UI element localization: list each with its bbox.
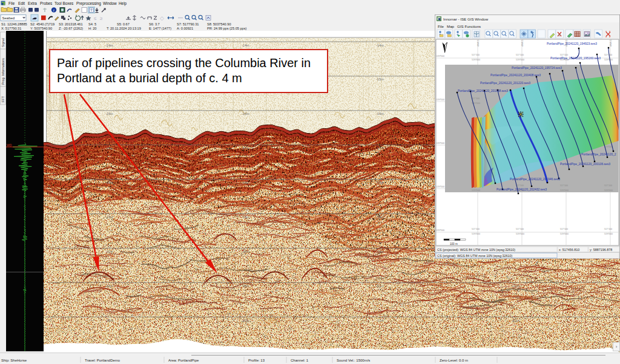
svg-text:PortlandPipe_20241120_201220.s: PortlandPipe_20241120_201220.ses3 [480,82,530,85]
svg-text:4846.12: 4846.12 [477,39,480,47]
svg-text:-16m: -16m [376,112,384,115]
svg-text:5197000: 5197000 [472,59,480,61]
svg-text:WD: WD [7,143,12,147]
svg-text:PortlandPipe_20241120_2: PortlandPipe_20241120_2 [581,153,616,156]
svg-text:Z: -20.67 (2262): Z: -20.67 (2262) [59,27,83,30]
svg-text:-20m: -20m [105,250,113,253]
svg-text:S5: 0.67: S5: 0.67 [117,22,130,26]
svg-text:-21m: -21m [242,284,249,288]
svg-text:517 500: 517 500 [604,228,612,230]
svg-text:PortlandPipe_20241120_201946.s: PortlandPipe_20241120_201946.ses3 [510,178,560,181]
svg-text:Channel: 1: Channel: 1 [291,359,309,362]
svg-text:T: 20.11.2024 20:13:19: T: 20.11.2024 20:13:19 [107,27,141,30]
svg-text:FFT: FFT [1,96,5,102]
svg-text:≥: ≥ [100,16,103,21]
svg-text:S2: 4540.(7)719: S2: 4540.(7)719 [30,22,54,26]
svg-text:-20m: -20m [242,250,249,253]
svg-text:5197000: 5197000 [516,233,524,235]
svg-text:-14m: -14m [376,44,384,47]
svg-text:PortlandPipe_20241120_194923.s: PortlandPipe_20241120_194923.ses3 [547,42,597,45]
svg-text:Extra: Extra [28,1,37,5]
svg-text:5197000: 5197000 [560,189,569,192]
svg-text:-17m: -17m [376,146,384,150]
svg-text:Tool Boxes: Tool Boxes [54,1,73,5]
svg-text:CS (original): WGS 84 UTM zone: CS (original): WGS 84 UTM zone 10N (epsg… [437,254,513,258]
svg-text:517 500: 517 500 [560,54,568,56]
svg-text:5197500: 5197500 [436,229,444,232]
svg-text:Map: Map [447,24,455,28]
svg-text:PortlandPipe_20241120_195724.s: PortlandPipe_20241120_195724.ses3 [512,67,562,70]
svg-text:4846.12: 4846.12 [521,39,524,47]
svg-text:-19m: -19m [242,215,249,219]
svg-text:PR: 24.99 pps (25.05 pps): PR: 24.99 pps (25.05 pps) [207,27,246,30]
svg-text:-21m: -21m [376,284,384,288]
svg-text:S1: 12246.28885: S1: 12246.28885 [1,22,27,26]
svg-text:A: 0.00921: A: 0.00921 [177,27,193,30]
svg-text:-18m: -18m [105,181,113,184]
svg-text:-22m: -22m [376,319,384,322]
svg-text:Area: PortlandPipe: Area: PortlandPipe [168,359,199,362]
svg-text:S4: 5: S4: 5 [88,22,96,26]
svg-text:-16m: -16m [105,112,113,115]
svg-text:-19m: -19m [105,215,113,219]
svg-text:-20m: -20m [376,250,384,253]
svg-text:PortlandPipe_20241120_195160.s: PortlandPipe_20241120_195160.ses3 [550,57,601,60]
svg-text:Innomar - ISE GIS Window: Innomar - ISE GIS Window [443,17,489,21]
svg-text:5197000: 5197000 [472,189,480,192]
svg-text:-19m: -19m [376,215,384,219]
svg-text:517 500: 517 500 [472,228,480,230]
svg-text:y: 5887196.878: y: 5887196.878 [590,248,612,252]
svg-text:H: 20: H: 20 [88,27,96,30]
svg-text:E: 1477 (1477): E: 1477 (1477) [149,27,171,30]
svg-text:-21m: -21m [105,284,113,288]
svg-text:PortlandPipe_20241120_200408.s: PortlandPipe_20241120_200408.ses3 [490,74,541,77]
svg-text:-14m: -14m [105,44,113,47]
svg-text:≤: ≤ [94,16,97,21]
svg-text:100 m: 100 m [450,242,458,245]
svg-text:Edit: Edit [18,1,25,5]
svg-text:5197500: 5197500 [436,55,444,57]
svg-text:517 500: 517 500 [604,54,612,56]
svg-text:517 500: 517 500 [604,184,612,187]
svg-text:PortlandPipe_20241120_201938.s: PortlandPipe_20241120_201938.ses3 [458,89,508,93]
svg-text:5197000: 5197000 [604,233,613,235]
svg-text:-21m: -21m [512,284,519,288]
svg-text:S6: 3.7: S6: 3.7 [149,22,160,26]
svg-text:◇: ◇ [160,15,164,21]
svg-text:517 500: 517 500 [560,228,568,230]
svg-text:Zero-Level: 0.0 m: Zero-Level: 0.0 m [440,359,468,362]
svg-text:5197000: 5197000 [604,146,613,148]
svg-text:X: 517790.31: X: 517790.31 [1,27,21,30]
svg-text:-22m: -22m [242,319,249,322]
svg-text:File: File [8,1,15,5]
svg-text:-15m: -15m [376,77,384,81]
svg-text:GIS Functions: GIS Functions [457,24,481,28]
svg-text:517 500: 517 500 [472,97,480,100]
svg-text:5197000: 5197000 [472,233,480,235]
svg-text:Y: 5037540.90: Y: 5037540.90 [30,27,52,30]
svg-text:517 500: 517 500 [516,228,524,230]
svg-text:-22m: -22m [512,319,519,322]
svg-text:Probes: Probes [40,1,52,5]
svg-text:Preprocessing: Preprocessing [76,1,101,6]
svg-text:i: i [53,8,54,13]
svg-text:-18m: -18m [376,181,384,184]
svg-text:PortlandPipe_20241120_200106.s: PortlandPipe_20241120_200106.ses3 [560,163,610,166]
svg-text:-14m: -14m [242,44,249,47]
svg-text:Prog. Informations: Prog. Informations [1,58,5,85]
svg-text:Profile: 13: Profile: 13 [248,359,265,362]
svg-text:Travel: PortlandDemo: Travel: PortlandDemo [85,359,120,362]
svg-text:5197000: 5197000 [604,189,613,192]
svg-text:Ship: SheHorse: Ship: SheHorse [1,359,27,362]
svg-text:5197000: 5197000 [604,59,613,61]
svg-text:File: File [438,24,444,28]
svg-text:PortlandPipe_20241120_202432.s: PortlandPipe_20241120_202432.ses3 [496,188,547,191]
svg-text:Signal: Signal [1,38,5,47]
svg-text:CS (projected): WGS 84 UTM zon: CS (projected): WGS 84 UTM zone 10N (eps… [437,248,515,252]
svg-text:5197000: 5197000 [516,59,524,61]
svg-text:-18m: -18m [242,181,249,184]
svg-text:517 500: 517 500 [472,54,480,56]
svg-text:S7: 517790.31: S7: 517790.31 [177,22,199,26]
svg-text:5197500: 5197500 [436,99,444,101]
svg-text:S3: 201318.461: S3: 201318.461 [59,22,83,26]
